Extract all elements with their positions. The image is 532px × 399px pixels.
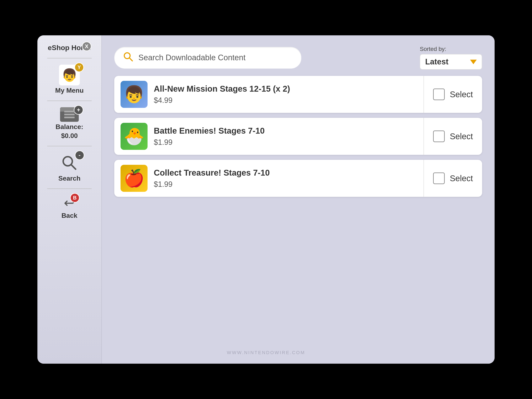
dlc-title-2: Battle Enemies! Stages 7-10 (154, 126, 265, 135)
dlc-price-1: $4.99 (154, 96, 290, 105)
back-label: Back (62, 212, 77, 219)
search-bar-icon (123, 51, 133, 64)
dlc-select-area-1[interactable]: Select (424, 83, 482, 105)
sort-dropdown-value: Latest (425, 57, 466, 66)
sort-dropdown[interactable]: Latest (420, 54, 482, 70)
dlc-title-1: All-New Mission Stages 12-15 (x 2) (154, 84, 290, 94)
chevron-down-icon (470, 60, 477, 64)
badge-y: Y (74, 63, 84, 72)
dlc-select-area-3[interactable]: Select (424, 167, 482, 189)
dlc-price-3: $1.99 (154, 180, 270, 189)
sidebar-item-back[interactable]: ↩ B Back (42, 195, 97, 219)
dlc-thumb-3: 🍎 (120, 165, 147, 192)
svg-line-1 (71, 165, 76, 169)
dlc-title-3: Collect Treasure! Stages 7-10 (154, 168, 270, 177)
badge-x: X (82, 42, 91, 51)
dlc-thumb-3-img: 🍎 (120, 165, 147, 192)
dlc-info-1: All-New Mission Stages 12-15 (x 2) $4.99 (154, 84, 290, 105)
dlc-item-1: 👦 All-New Mission Stages 12-15 (x 2) $4.… (114, 76, 482, 113)
badge-minus: - (75, 151, 84, 160)
dlc-checkbox-1[interactable] (433, 89, 445, 100)
search-bar[interactable]: Search Downloadable Content (114, 47, 301, 69)
dlc-thumb-1-img: 👦 (120, 81, 147, 108)
tv-screen: eShop Home X 👦 Y My Menu (38, 35, 494, 364)
sidebar-item-search[interactable]: - Search (42, 152, 97, 182)
balance-label: Balance: (56, 123, 83, 131)
dlc-checkbox-3[interactable] (433, 172, 445, 184)
top-bar: Search Downloadable Content Sorted by: L… (114, 46, 482, 70)
badge-b: B (70, 193, 80, 203)
sidebar: eShop Home X 👦 Y My Menu (38, 35, 102, 364)
sidebar-divider-4 (47, 189, 92, 189)
search-bar-text: Search Downloadable Content (138, 53, 293, 62)
dlc-price-2: $1.99 (154, 138, 265, 147)
sort-label: Sorted by: (420, 46, 446, 52)
sidebar-divider-1 (47, 58, 92, 58)
sidebar-divider-3 (47, 146, 92, 146)
dlc-info-2: Battle Enemies! Stages 7-10 $1.99 (154, 126, 265, 147)
dlc-thumb-1: 👦 (120, 81, 147, 108)
sidebar-item-balance[interactable]: + Balance: $0.00 (42, 107, 97, 140)
balance-value: $0.00 (61, 132, 78, 140)
sort-container: Sorted by: Latest (420, 46, 482, 70)
dlc-checkbox-2[interactable] (433, 131, 445, 142)
sidebar-item-eshop-home[interactable]: eShop Home X (42, 44, 97, 52)
dlc-item-1-content: 👦 All-New Mission Stages 12-15 (x 2) $4.… (114, 76, 424, 113)
search-label: Search (58, 175, 81, 182)
badge-plus: + (74, 105, 83, 115)
dlc-select-label-2: Select (450, 132, 473, 141)
dlc-select-area-2[interactable]: Select (424, 126, 482, 147)
dlc-item-2: 🐣 Battle Enemies! Stages 7-10 $1.99 Sele… (114, 118, 482, 155)
dlc-item-2-content: 🐣 Battle Enemies! Stages 7-10 $1.99 (114, 118, 424, 155)
sidebar-item-my-menu[interactable]: 👦 Y My Menu (42, 65, 97, 94)
my-menu-label: My Menu (55, 87, 84, 94)
dlc-select-label-1: Select (450, 90, 473, 99)
svg-line-3 (129, 58, 132, 61)
dlc-thumb-2-img: 🐣 (120, 123, 147, 150)
main-content: Search Downloadable Content Sorted by: L… (102, 35, 494, 364)
dlc-item-3: 🍎 Collect Treasure! Stages 7-10 $1.99 Se… (114, 160, 482, 197)
sidebar-divider-2 (47, 101, 92, 101)
dlc-info-3: Collect Treasure! Stages 7-10 $1.99 (154, 168, 270, 189)
dlc-select-label-3: Select (450, 174, 473, 183)
watermark: www.nintendowire.com (227, 350, 305, 355)
dlc-item-3-content: 🍎 Collect Treasure! Stages 7-10 $1.99 (114, 160, 424, 197)
dlc-thumb-2: 🐣 (120, 123, 147, 150)
dlc-list: 👦 All-New Mission Stages 12-15 (x 2) $4.… (114, 76, 482, 353)
